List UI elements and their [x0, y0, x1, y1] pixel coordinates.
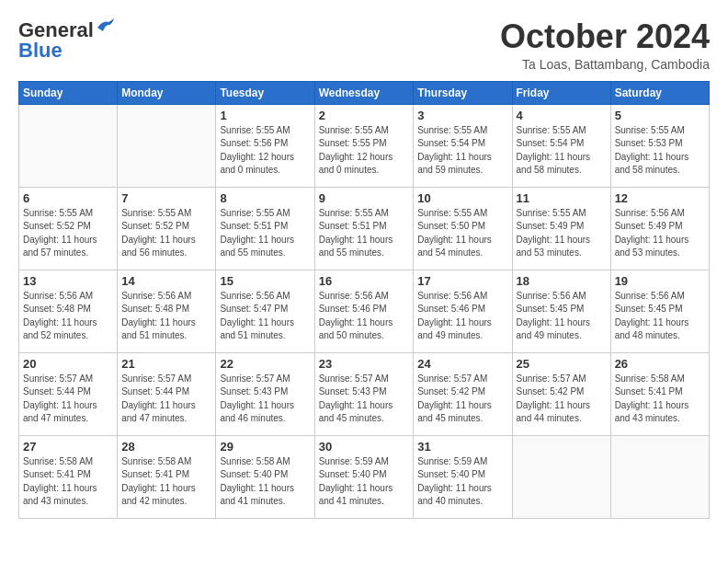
day-info: Sunrise: 5:56 AM Sunset: 5:48 PM Dayligh…: [121, 290, 211, 343]
day-number: 18: [517, 274, 607, 288]
calendar-cell: 30Sunrise: 5:59 AM Sunset: 5:40 PM Dayli…: [314, 435, 414, 518]
day-info: Sunrise: 5:56 AM Sunset: 5:49 PM Dayligh…: [615, 207, 705, 260]
calendar-header-row: SundayMondayTuesdayWednesdayThursdayFrid…: [19, 81, 710, 104]
day-info: Sunrise: 5:56 AM Sunset: 5:46 PM Dayligh…: [417, 290, 507, 343]
calendar-cell: 20Sunrise: 5:57 AM Sunset: 5:44 PM Dayli…: [19, 352, 118, 435]
calendar-cell: 3Sunrise: 5:55 AM Sunset: 5:54 PM Daylig…: [414, 104, 512, 187]
day-header-tuesday: Tuesday: [216, 81, 314, 104]
day-header-sunday: Sunday: [19, 81, 118, 104]
day-header-saturday: Saturday: [610, 81, 709, 104]
calendar-cell: 25Sunrise: 5:57 AM Sunset: 5:42 PM Dayli…: [512, 352, 610, 435]
month-title: October 2024: [500, 18, 710, 55]
calendar-cell: 27Sunrise: 5:58 AM Sunset: 5:41 PM Dayli…: [19, 435, 118, 518]
calendar-cell: 31Sunrise: 5:59 AM Sunset: 5:40 PM Dayli…: [414, 435, 512, 518]
calendar-cell: 23Sunrise: 5:57 AM Sunset: 5:43 PM Dayli…: [314, 352, 414, 435]
day-info: Sunrise: 5:56 AM Sunset: 5:46 PM Dayligh…: [319, 290, 410, 343]
calendar-week-row: 20Sunrise: 5:57 AM Sunset: 5:44 PM Dayli…: [19, 352, 710, 435]
day-info: Sunrise: 5:57 AM Sunset: 5:42 PM Dayligh…: [417, 373, 507, 426]
day-info: Sunrise: 5:55 AM Sunset: 5:51 PM Dayligh…: [220, 207, 310, 260]
calendar-cell: 18Sunrise: 5:56 AM Sunset: 5:45 PM Dayli…: [512, 270, 610, 352]
day-number: 5: [615, 109, 705, 122]
day-info: Sunrise: 5:55 AM Sunset: 5:49 PM Dayligh…: [517, 207, 607, 260]
day-info: Sunrise: 5:59 AM Sunset: 5:40 PM Dayligh…: [417, 455, 507, 509]
day-info: Sunrise: 5:58 AM Sunset: 5:41 PM Dayligh…: [121, 455, 211, 509]
calendar-cell: 8Sunrise: 5:55 AM Sunset: 5:51 PM Daylig…: [216, 187, 314, 270]
day-header-friday: Friday: [512, 81, 610, 104]
day-number: 6: [23, 191, 113, 205]
calendar-cell: 2Sunrise: 5:55 AM Sunset: 5:55 PM Daylig…: [314, 104, 414, 187]
day-info: Sunrise: 5:55 AM Sunset: 5:50 PM Dayligh…: [417, 207, 507, 260]
calendar-cell: 12Sunrise: 5:56 AM Sunset: 5:49 PM Dayli…: [610, 187, 709, 270]
day-info: Sunrise: 5:56 AM Sunset: 5:45 PM Dayligh…: [517, 290, 607, 343]
day-number: 2: [319, 109, 410, 122]
day-info: Sunrise: 5:55 AM Sunset: 5:53 PM Dayligh…: [615, 124, 705, 178]
day-number: 13: [23, 274, 113, 288]
day-info: Sunrise: 5:56 AM Sunset: 5:48 PM Dayligh…: [23, 290, 113, 343]
day-info: Sunrise: 5:55 AM Sunset: 5:52 PM Dayligh…: [121, 207, 211, 260]
day-info: Sunrise: 5:55 AM Sunset: 5:56 PM Dayligh…: [220, 124, 310, 178]
day-info: Sunrise: 5:56 AM Sunset: 5:45 PM Dayligh…: [615, 290, 705, 343]
calendar-cell: 5Sunrise: 5:55 AM Sunset: 5:53 PM Daylig…: [610, 104, 709, 187]
day-number: 17: [417, 274, 507, 288]
day-info: Sunrise: 5:57 AM Sunset: 5:42 PM Dayligh…: [517, 373, 607, 426]
day-info: Sunrise: 5:58 AM Sunset: 5:41 PM Dayligh…: [615, 373, 705, 426]
day-number: 29: [220, 440, 310, 454]
day-header-monday: Monday: [118, 81, 216, 104]
calendar-cell: 26Sunrise: 5:58 AM Sunset: 5:41 PM Dayli…: [610, 352, 709, 435]
calendar-cell: [19, 104, 118, 187]
page-header: General Blue October 2024 Ta Loas, Batta…: [18, 18, 710, 72]
day-number: 10: [417, 191, 507, 205]
calendar-cell: 29Sunrise: 5:58 AM Sunset: 5:40 PM Dayli…: [216, 435, 314, 518]
day-info: Sunrise: 5:57 AM Sunset: 5:44 PM Dayligh…: [23, 373, 113, 426]
day-number: 30: [319, 440, 410, 454]
day-info: Sunrise: 5:57 AM Sunset: 5:43 PM Dayligh…: [220, 373, 310, 426]
title-section: October 2024 Ta Loas, Battambang, Cambod…: [500, 18, 710, 72]
day-number: 3: [417, 109, 507, 122]
calendar-cell: 15Sunrise: 5:56 AM Sunset: 5:47 PM Dayli…: [216, 270, 314, 352]
calendar-week-row: 13Sunrise: 5:56 AM Sunset: 5:48 PM Dayli…: [19, 270, 710, 352]
calendar-cell: 10Sunrise: 5:55 AM Sunset: 5:50 PM Dayli…: [414, 187, 512, 270]
calendar-cell: 1Sunrise: 5:55 AM Sunset: 5:56 PM Daylig…: [216, 104, 314, 187]
day-number: 19: [615, 274, 705, 288]
day-number: 15: [220, 274, 310, 288]
calendar-cell: 6Sunrise: 5:55 AM Sunset: 5:52 PM Daylig…: [19, 187, 118, 270]
calendar-cell: 22Sunrise: 5:57 AM Sunset: 5:43 PM Dayli…: [216, 352, 314, 435]
calendar-cell: 21Sunrise: 5:57 AM Sunset: 5:44 PM Dayli…: [118, 352, 216, 435]
logo-bird-icon: [96, 18, 116, 35]
day-header-thursday: Thursday: [414, 81, 512, 104]
day-number: 21: [121, 357, 211, 371]
day-info: Sunrise: 5:58 AM Sunset: 5:41 PM Dayligh…: [23, 455, 113, 509]
day-number: 1: [220, 109, 310, 122]
calendar-cell: 7Sunrise: 5:55 AM Sunset: 5:52 PM Daylig…: [118, 187, 216, 270]
calendar-cell: 11Sunrise: 5:55 AM Sunset: 5:49 PM Dayli…: [512, 187, 610, 270]
calendar-table: SundayMondayTuesdayWednesdayThursdayFrid…: [18, 81, 710, 519]
calendar-cell: [512, 435, 610, 518]
day-info: Sunrise: 5:55 AM Sunset: 5:55 PM Dayligh…: [319, 124, 410, 178]
day-info: Sunrise: 5:57 AM Sunset: 5:43 PM Dayligh…: [319, 373, 410, 426]
day-number: 28: [121, 440, 211, 454]
day-number: 24: [417, 357, 507, 371]
calendar-cell: 16Sunrise: 5:56 AM Sunset: 5:46 PM Dayli…: [314, 270, 414, 352]
calendar-week-row: 6Sunrise: 5:55 AM Sunset: 5:52 PM Daylig…: [19, 187, 710, 270]
location-text: Ta Loas, Battambang, Cambodia: [500, 57, 710, 72]
calendar-cell: 9Sunrise: 5:55 AM Sunset: 5:51 PM Daylig…: [314, 187, 414, 270]
day-info: Sunrise: 5:59 AM Sunset: 5:40 PM Dayligh…: [319, 455, 410, 509]
day-info: Sunrise: 5:56 AM Sunset: 5:47 PM Dayligh…: [220, 290, 310, 343]
calendar-week-row: 27Sunrise: 5:58 AM Sunset: 5:41 PM Dayli…: [19, 435, 710, 518]
day-info: Sunrise: 5:57 AM Sunset: 5:44 PM Dayligh…: [121, 373, 211, 426]
logo-blue-text: Blue: [18, 39, 63, 63]
day-number: 23: [319, 357, 410, 371]
day-info: Sunrise: 5:55 AM Sunset: 5:51 PM Dayligh…: [319, 207, 410, 260]
day-number: 12: [615, 191, 705, 205]
day-number: 11: [517, 191, 607, 205]
day-number: 14: [121, 274, 211, 288]
calendar-cell: 4Sunrise: 5:55 AM Sunset: 5:54 PM Daylig…: [512, 104, 610, 187]
day-info: Sunrise: 5:55 AM Sunset: 5:54 PM Dayligh…: [417, 124, 507, 178]
calendar-cell: 28Sunrise: 5:58 AM Sunset: 5:41 PM Dayli…: [118, 435, 216, 518]
day-number: 8: [220, 191, 310, 205]
day-number: 22: [220, 357, 310, 371]
day-number: 9: [319, 191, 410, 205]
day-number: 27: [23, 440, 113, 454]
calendar-week-row: 1Sunrise: 5:55 AM Sunset: 5:56 PM Daylig…: [19, 104, 710, 187]
day-number: 4: [517, 109, 607, 122]
